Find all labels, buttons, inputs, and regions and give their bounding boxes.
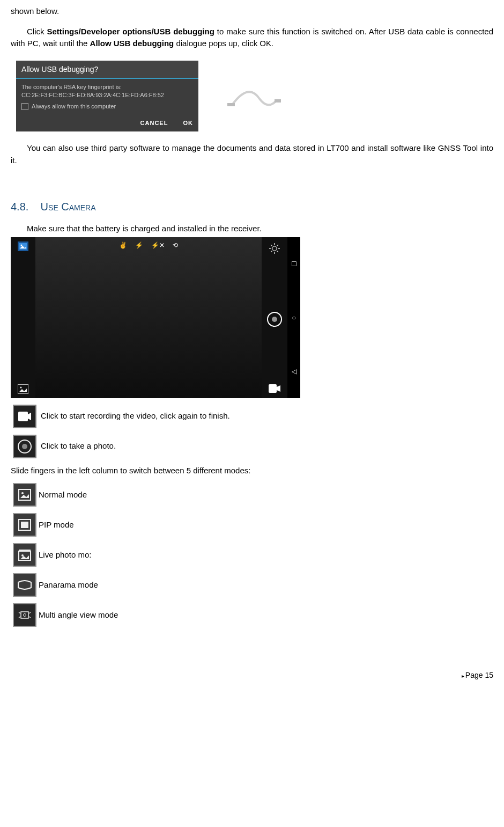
desc-video-row: Click to start recording the video, clic…	[11, 405, 493, 428]
usb-cable-icon	[222, 80, 286, 112]
svg-rect-25	[21, 522, 28, 528]
dialog-body-line1: The computer's RSA key fingerprint is:	[21, 83, 193, 91]
svg-line-12	[271, 245, 272, 246]
section-title: Use Camera	[41, 201, 96, 213]
svg-point-30	[24, 614, 26, 617]
svg-point-17	[272, 317, 277, 322]
dialog-row: Allow USB debugging? The computer's RSA …	[16, 61, 493, 132]
svg-rect-18	[269, 384, 277, 393]
dialog-checkbox-label: Always allow from this computer	[32, 103, 116, 111]
dialog-title: Allow USB debugging?	[16, 61, 198, 79]
shutter-button-icon	[13, 435, 36, 458]
usb-debug-dialog: Allow USB debugging? The computer's RSA …	[16, 61, 198, 132]
switch-camera-icon[interactable]: ⟲	[173, 240, 178, 250]
desc-slide: Slide fingers in the left column to swit…	[11, 465, 493, 477]
camera-leftcol	[11, 237, 35, 398]
paragraph-thirdparty: You can also use third party software to…	[11, 142, 493, 166]
pano-mode-row: Panarama mode	[11, 573, 493, 597]
ok-button[interactable]: OK	[183, 120, 194, 126]
mode-switch-icon[interactable]	[18, 384, 28, 394]
cancel-button[interactable]: CANCEL	[140, 120, 168, 126]
pip-mode-icon	[13, 513, 36, 537]
para1-b: Settings/Developer options/USB debugging	[47, 27, 214, 36]
svg-rect-0	[227, 103, 235, 106]
paragraph-usb: Click Settings/Developer options/USB deb…	[11, 26, 493, 50]
svg-line-15	[277, 245, 278, 246]
recent-apps-icon[interactable]: ☐	[291, 259, 297, 269]
svg-line-14	[271, 251, 272, 252]
svg-rect-19	[18, 412, 28, 421]
video-record-icon	[13, 405, 36, 428]
android-system-bar: ☐ ○ ◁	[287, 237, 300, 398]
multi-mode-label: Multi angle view mode	[39, 609, 118, 621]
multi-mode-row: Multi angle view mode	[11, 603, 493, 627]
flash-off-icon[interactable]: ⚡✕	[151, 240, 165, 250]
svg-point-4	[21, 244, 23, 246]
dialog-checkbox-row: Always allow from this computer	[21, 103, 193, 111]
pip-mode-row: PIP mode	[11, 513, 493, 537]
multi-angle-icon	[13, 603, 36, 627]
back-icon[interactable]: ◁	[292, 367, 297, 376]
svg-point-21	[22, 444, 27, 449]
camera-viewfinder: ✌ ⚡ ⚡✕ ⟲	[35, 237, 262, 398]
dialog-body-line2: CC:2E:F3:FC:BC:3F:ED:8A:93:2A:4C:1E:FD:A…	[21, 91, 193, 99]
gesture-icon[interactable]: ✌	[119, 240, 127, 250]
para1-d: Allow USB debugging	[90, 39, 174, 48]
shutter-icon[interactable]	[266, 311, 283, 327]
top-fragment: shown below.	[11, 5, 493, 18]
dialog-body: The computer's RSA key fingerprint is: C…	[16, 79, 198, 115]
para1-e: dialogue pops up, click OK.	[176, 39, 273, 48]
thumbnail-icon[interactable]	[18, 241, 28, 251]
svg-line-13	[277, 251, 278, 252]
panorama-icon	[13, 573, 36, 597]
svg-point-6	[20, 386, 22, 388]
section-number: 4.8.	[11, 201, 28, 213]
pano-mode-label: Panarama mode	[39, 579, 98, 591]
video-mode-icon[interactable]	[269, 384, 280, 393]
dialog-buttons: CANCEL OK	[16, 115, 198, 132]
pip-mode-label: PIP mode	[39, 519, 74, 531]
live-photo-icon	[13, 543, 36, 567]
svg-point-7	[272, 246, 277, 251]
settings-icon[interactable]	[269, 243, 280, 254]
camera-intro: Make sure that the battery is charged an…	[11, 223, 493, 235]
desc-photo-row: Click to take a photo.	[11, 435, 493, 458]
live-mode-row: Live photo mo:	[11, 543, 493, 567]
flash-icon[interactable]: ⚡	[135, 240, 143, 250]
camera-rightcol	[262, 237, 287, 398]
camera-ui-screenshot: ✌ ⚡ ⚡✕ ⟲ ☐ ○ ◁	[11, 237, 300, 398]
page-footer: Page 15	[11, 670, 493, 681]
svg-point-28	[21, 554, 24, 557]
normal-mode-label: Normal mode	[39, 489, 87, 501]
svg-point-23	[21, 492, 24, 494]
checkbox-icon[interactable]	[21, 103, 28, 110]
svg-rect-29	[21, 612, 28, 618]
live-mode-label: Live photo mo:	[39, 549, 91, 561]
desc-photo: Click to take a photo.	[41, 440, 116, 452]
desc-video: Click to start recording the video, clic…	[41, 410, 230, 422]
normal-mode-icon	[13, 483, 36, 507]
svg-rect-1	[275, 99, 281, 103]
svg-rect-27	[19, 550, 31, 551]
home-icon[interactable]: ○	[292, 313, 295, 323]
normal-mode-row: Normal mode	[11, 483, 493, 507]
para1-a: Click	[27, 27, 45, 36]
camera-top-icons: ✌ ⚡ ⚡✕ ⟲	[119, 240, 178, 250]
section-heading: 4.8. Use Camera	[11, 199, 493, 215]
